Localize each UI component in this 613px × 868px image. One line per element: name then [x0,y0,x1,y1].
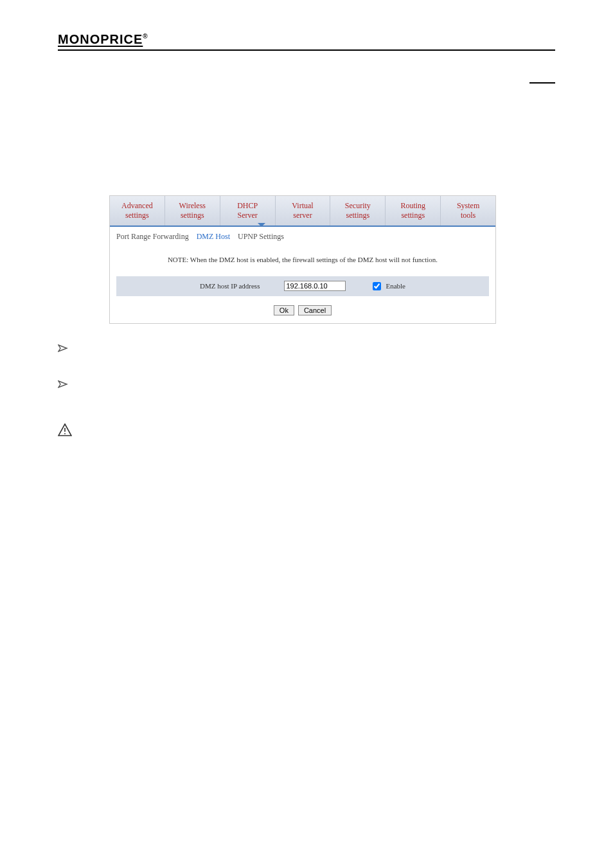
corner-rule [529,82,555,84]
svg-point-1 [64,433,66,434]
bullet-text: Click the checkbox to enable the DMZ. [118,380,304,393]
enable-label: Enable [386,282,405,290]
tab-routing-settings[interactable]: Routingsettings [386,196,441,226]
intro-paragraph: The DMZ Settings screen allows one local… [58,114,555,180]
active-indicator-icon [258,223,265,227]
subtab-dmz-host[interactable]: DMZ Host [197,232,230,242]
main-tabs: Advancedsettings Wirelesssettings DHCPSe… [110,196,495,227]
dmz-ip-label: DMZ host IP address [200,282,260,290]
bullet-text: The IP address of the computer you want … [193,344,435,357]
dmz-ip-input[interactable] [284,281,346,291]
note-label: NOTE: [80,425,115,438]
tab-security-settings[interactable]: Securitysettings [330,196,386,226]
logo-text: MONOPRICE [58,32,143,46]
router-ui-screenshot: Advancedsettings Wirelesssettings DHCPSe… [109,195,496,324]
list-item: Enable: Click the checkbox to enable the… [58,375,555,397]
list-item: DMZ Host IP Address: The IP address of t… [58,339,555,361]
bullet-list: DMZ Host IP Address: The IP address of t… [58,339,555,397]
enable-checkbox[interactable] [373,282,381,290]
cancel-button[interactable]: Cancel [298,305,332,315]
subtab-upnp[interactable]: UPNP Settings [238,232,284,242]
bullet-arrow-icon [58,378,68,391]
bullet-label: DMZ Host IP Address: [80,344,193,357]
tab-wireless-settings[interactable]: Wirelesssettings [165,196,220,226]
subtab-port-range[interactable]: Port Range Forwarding [116,232,189,242]
ui-note: NOTE: When the DMZ host is enabled, the … [116,256,489,263]
tab-advanced-settings[interactable]: Advancedsettings [110,196,165,226]
page-number: 44 [0,832,613,842]
tab-virtual-server[interactable]: Virtualserver [276,196,331,226]
dmz-row: DMZ host IP address Enable [116,276,489,296]
header-subtitle: Wireless-N Router [497,39,555,47]
ok-button[interactable]: Ok [274,305,294,315]
page-header: MONOPRICE® Wireless-N Router [58,32,555,51]
logo: MONOPRICE® [58,32,148,47]
sub-tabs: Port Range Forwarding DMZ Host UPNP Sett… [110,227,495,244]
section-heading: 9.2 DMZ Settings [58,89,555,106]
bullet-label: Enable: [80,380,118,393]
tab-dhcp-server[interactable]: DHCPServer [220,196,276,226]
logo-registered: ® [143,33,148,40]
bullet-arrow-icon [58,342,68,355]
note-text: When the DMZ Host is enabled, the firewa… [115,425,534,438]
warning-icon [58,421,73,443]
tab-system-tools[interactable]: Systemtools [441,196,495,226]
note-row: NOTE: When the DMZ Host is enabled, the … [58,420,555,443]
ui-body: NOTE: When the DMZ host is enabled, the … [110,244,495,323]
